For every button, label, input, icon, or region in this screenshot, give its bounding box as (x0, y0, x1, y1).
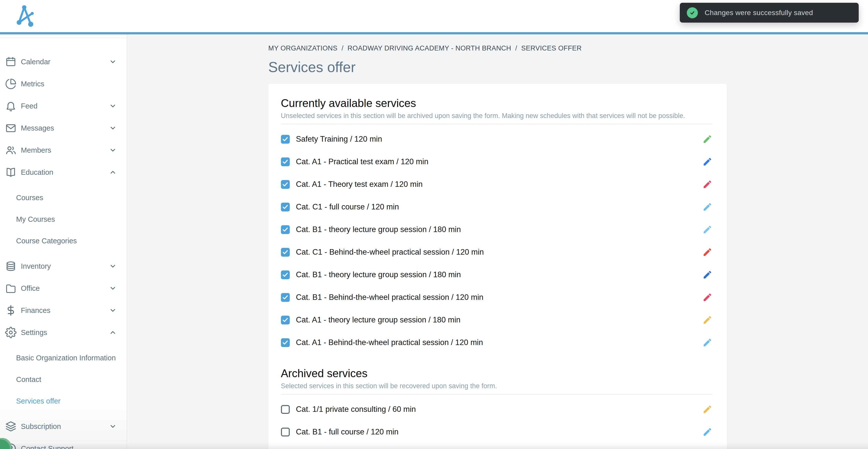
pencil-icon (703, 270, 712, 280)
archived-section-title: Archived services (281, 367, 712, 380)
service-label: Cat. A1 - Theory test exam / 120 min (296, 180, 423, 189)
sidebar-item-messages[interactable]: Messages (0, 117, 127, 139)
pencil-icon (703, 157, 712, 167)
sidebar-item-finances[interactable]: Finances (0, 299, 127, 321)
sidebar-item-settings[interactable]: Settings (0, 321, 127, 344)
edit-service-button[interactable] (703, 427, 712, 437)
service-checkbox[interactable] (281, 428, 290, 437)
pencil-icon (703, 179, 712, 189)
available-section-subtitle: Unselected services in this section will… (281, 112, 712, 120)
breadcrumb-separator: / (342, 44, 344, 52)
edit-service-button[interactable] (703, 179, 712, 189)
edit-service-button[interactable] (703, 134, 712, 144)
folder-icon (5, 283, 17, 294)
sidebar-item-label: Inventory (21, 262, 51, 270)
sidebar-nav: Calendar Metrics Feed Messages Members E… (0, 38, 127, 449)
sidebar-subitem-course-categories[interactable]: Course Categories (0, 230, 127, 252)
edit-service-button[interactable] (703, 270, 712, 280)
sidebar-subitem-basic-organization-information[interactable]: Basic Organization Information (0, 347, 127, 368)
edit-service-button[interactable] (703, 202, 712, 212)
chevron-up-icon (109, 168, 117, 176)
chevron-down-icon (109, 58, 117, 66)
chevron-down-icon (109, 285, 117, 292)
chevron-up-icon (109, 329, 117, 336)
sidebar-item-label: Metrics (21, 80, 44, 88)
service-checkbox[interactable] (281, 180, 290, 189)
sidebar-item-metrics[interactable]: Metrics (0, 73, 127, 95)
available-section-title: Currently available services (281, 97, 712, 109)
pencil-icon (703, 404, 712, 414)
sidebar-item-label: Settings (21, 328, 47, 337)
breadcrumb-item-1[interactable]: ROADWAY DRIVING ACADEMY - NORTH BRANCH (347, 44, 511, 52)
service-row: Cat. B1 - Behind-the-wheel practical ses… (281, 286, 712, 309)
edit-service-button[interactable] (703, 315, 712, 325)
metrics-icon (5, 78, 17, 90)
edit-service-button[interactable] (703, 224, 712, 234)
service-label: Cat. B1 - full course / 120 min (296, 427, 399, 437)
pencil-icon (703, 292, 712, 302)
service-row: Cat. B1 - theory lecture group session /… (281, 218, 712, 241)
chevron-none-icon (109, 445, 117, 449)
sidebar-item-calendar[interactable]: Calendar (0, 51, 127, 73)
sidebar-item-feed[interactable]: Feed (0, 95, 127, 117)
service-checkbox[interactable] (281, 248, 290, 257)
service-label: Cat. A1 - Practical test exam / 120 min (296, 157, 429, 166)
service-checkbox[interactable] (281, 270, 290, 279)
accent-top-bar (0, 32, 868, 34)
sidebar-item-label: Office (21, 284, 40, 293)
chevron-down-icon (109, 147, 117, 154)
chevron-down-icon (109, 262, 117, 270)
sidebar-item-contact-support[interactable]: Contact Support (0, 438, 127, 449)
sidebar-item-inventory[interactable]: Inventory (0, 255, 127, 277)
sidebar-subitem-contact[interactable]: Contact (0, 368, 127, 390)
toast-notification: Changes were successfully saved (680, 3, 859, 23)
service-label: Cat. 1/1 private consulting / 60 min (296, 405, 416, 414)
check-circle-icon (687, 7, 698, 18)
edit-service-button[interactable] (703, 157, 712, 167)
service-checkbox[interactable] (281, 338, 290, 347)
service-checkbox[interactable] (281, 135, 290, 143)
pencil-icon (703, 247, 712, 257)
sidebar-item-members[interactable]: Members (0, 139, 127, 161)
service-label: Cat. B1 - theory lecture group session /… (296, 270, 461, 279)
service-label: Cat. A1 - theory lecture group session /… (296, 315, 461, 324)
sidebar-item-education[interactable]: Education (0, 161, 127, 183)
edit-service-button[interactable] (703, 292, 712, 302)
breadcrumb-item-0[interactable]: MY ORGANIZATIONS (269, 44, 338, 52)
service-label: Cat. A1 - Behind-the-wheel practical ses… (296, 338, 483, 347)
sidebar-item-subscription[interactable]: Subscription (0, 415, 127, 438)
service-label: Cat. C1 - full course / 120 min (296, 202, 399, 212)
bell-icon (5, 100, 17, 112)
sidebar-subitem-courses[interactable]: Courses (0, 187, 127, 209)
pencil-icon (703, 224, 712, 234)
sidebar-item-office[interactable]: Office (0, 277, 127, 299)
service-row: Cat. B1 - full course / 120 min (281, 421, 712, 443)
constellation-a-logo-icon (16, 3, 37, 28)
service-checkbox[interactable] (281, 405, 290, 414)
service-checkbox[interactable] (281, 157, 290, 166)
pencil-icon (703, 202, 712, 212)
toast-message: Changes were successfully saved (705, 9, 813, 17)
edit-service-button[interactable] (703, 247, 712, 257)
users-icon (5, 145, 17, 156)
service-row: Cat. A1 - theory lecture group session /… (281, 309, 712, 331)
edit-service-button[interactable] (703, 404, 712, 414)
sidebar-subitem-services-offer[interactable]: Services offer (0, 390, 127, 412)
pencil-icon (703, 315, 712, 325)
service-checkbox[interactable] (281, 203, 290, 212)
service-checkbox[interactable] (281, 225, 290, 234)
service-row: Cat. C1 - full course / 120 min (281, 196, 712, 218)
app-logo[interactable] (16, 3, 37, 28)
sidebar-subitem-my-courses[interactable]: My Courses (0, 209, 127, 230)
edit-service-button[interactable] (703, 338, 712, 348)
breadcrumb-separator: / (515, 44, 517, 52)
sidebar-item-label: Education (21, 168, 53, 177)
available-services-list: Safety Training / 120 min Cat. A1 - Prac… (281, 124, 712, 354)
service-checkbox[interactable] (281, 316, 290, 324)
sidebar-item-label: Members (21, 146, 51, 154)
sidebar-item-label: Feed (21, 102, 37, 110)
page-title: Services offer (269, 59, 727, 75)
chevron-down-icon (109, 102, 117, 110)
service-checkbox[interactable] (281, 293, 290, 302)
sidebar-item-label: Finances (21, 307, 51, 315)
